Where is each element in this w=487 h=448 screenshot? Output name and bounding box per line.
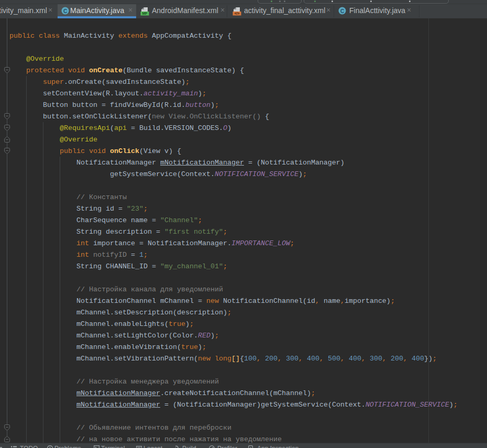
- svg-text:MF: MF: [142, 12, 148, 15]
- svg-text:C: C: [63, 8, 67, 14]
- svg-text:</>: </>: [235, 12, 240, 15]
- svg-text:C: C: [340, 8, 344, 14]
